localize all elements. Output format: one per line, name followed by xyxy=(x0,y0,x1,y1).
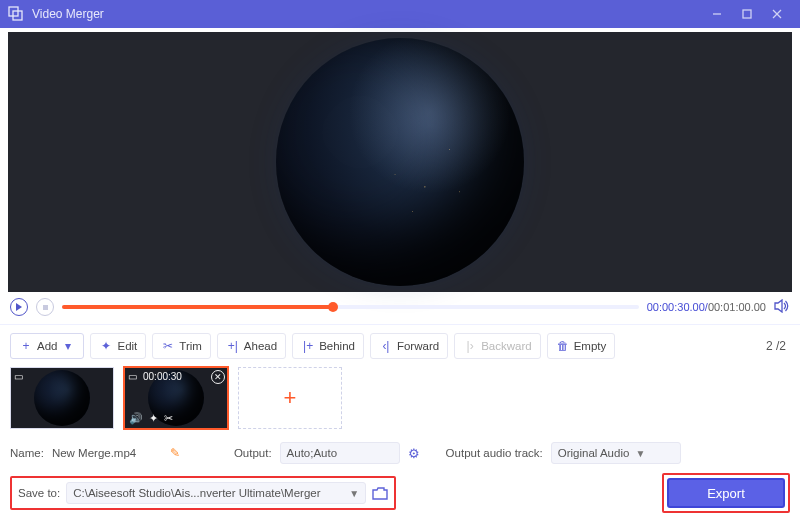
empty-label: Empty xyxy=(574,340,607,352)
save-to-group: Save to: C:\Aiseesoft Studio\Ais...nvert… xyxy=(10,476,396,510)
scissors-icon: ✂ xyxy=(161,339,175,353)
clip-thumbnail-selected[interactable]: ▭ 00:00:30 ✕ 🔊 ✦ ✂ xyxy=(124,367,228,429)
output-value: Auto;Auto xyxy=(287,447,338,459)
open-folder-icon[interactable] xyxy=(372,487,388,500)
plus-icon: + xyxy=(19,339,33,353)
edit-button[interactable]: ✦Edit xyxy=(90,333,146,359)
volume-icon[interactable] xyxy=(774,299,790,315)
minimize-button[interactable] xyxy=(702,0,732,28)
add-label: Add xyxy=(37,340,57,352)
saveto-label: Save to: xyxy=(18,487,60,499)
film-icon: ▭ xyxy=(14,371,23,382)
clip-duration: 00:00:30 xyxy=(143,371,182,382)
clip-thumbnail[interactable]: ▭ xyxy=(10,367,114,429)
audio-track-label: Output audio track: xyxy=(446,447,543,459)
film-icon: ▭ xyxy=(128,371,137,382)
app-logo-icon xyxy=(8,6,24,22)
svg-marker-6 xyxy=(16,303,22,311)
video-preview xyxy=(8,32,792,292)
trim-button[interactable]: ✂Trim xyxy=(152,333,211,359)
forward-button[interactable]: ‹|Forward xyxy=(370,333,448,359)
output-form: Name: ✎ Output: Auto;Auto ⚙ Output audio… xyxy=(0,439,800,471)
chevron-down-icon: ▼ xyxy=(635,448,645,459)
maximize-button[interactable] xyxy=(732,0,762,28)
time-display: 00:00:30.00/00:01:00.00 xyxy=(647,301,766,313)
output-label: Output: xyxy=(234,447,272,459)
timeline-progress xyxy=(62,305,333,309)
save-path-dropdown[interactable]: C:\Aiseesoft Studio\Ais...nverter Ultima… xyxy=(66,482,366,504)
wand-icon[interactable]: ✦ xyxy=(149,412,158,425)
edit-name-icon[interactable]: ✎ xyxy=(170,446,180,460)
preview-area xyxy=(0,28,800,292)
settings-icon[interactable]: ⚙ xyxy=(408,446,420,461)
trim-label: Trim xyxy=(179,340,202,352)
export-label: Export xyxy=(707,486,745,501)
app-title: Video Merger xyxy=(32,7,702,21)
ahead-icon: +| xyxy=(226,339,240,353)
scissors-icon[interactable]: ✂ xyxy=(164,412,173,425)
video-content xyxy=(276,38,524,286)
backward-button: |›Backward xyxy=(454,333,541,359)
behind-icon: |+ xyxy=(301,339,315,353)
export-highlight: Export xyxy=(662,473,790,513)
close-button[interactable] xyxy=(762,0,792,28)
backward-label: Backward xyxy=(481,340,532,352)
export-button[interactable]: Export xyxy=(667,478,785,508)
volume-icon[interactable]: 🔊 xyxy=(129,412,143,425)
ahead-label: Ahead xyxy=(244,340,277,352)
svg-marker-8 xyxy=(775,300,782,312)
timeline-knob[interactable] xyxy=(328,302,338,312)
stop-button[interactable] xyxy=(36,298,54,316)
backward-icon: |› xyxy=(463,339,477,353)
chevron-down-icon: ▾ xyxy=(61,339,75,353)
remove-clip-icon[interactable]: ✕ xyxy=(211,370,225,384)
titlebar: Video Merger xyxy=(0,0,800,28)
edit-label: Edit xyxy=(117,340,137,352)
clip-toolbar: +Add▾ ✦Edit ✂Trim +|Ahead |+Behind ‹|For… xyxy=(0,324,800,367)
name-label: Name: xyxy=(10,447,44,459)
time-total: 00:01:00.00 xyxy=(708,301,766,313)
forward-label: Forward xyxy=(397,340,439,352)
time-current: 00:00:30.00 xyxy=(647,301,705,313)
clip-tools: 🔊 ✦ ✂ xyxy=(129,412,173,425)
clip-counter: 2 /2 xyxy=(766,339,790,353)
audio-value: Original Audio xyxy=(558,447,630,459)
output-format-dropdown[interactable]: Auto;Auto xyxy=(280,442,400,464)
behind-button[interactable]: |+Behind xyxy=(292,333,364,359)
trash-icon: 🗑 xyxy=(556,339,570,353)
svg-rect-3 xyxy=(743,10,751,18)
name-input[interactable] xyxy=(52,447,162,459)
save-path-value: C:\Aiseesoft Studio\Ais...nverter Ultima… xyxy=(73,487,320,499)
playback-controls: 00:00:30.00/00:01:00.00 xyxy=(0,292,800,324)
forward-icon: ‹| xyxy=(379,339,393,353)
clip-strip: ▭ ▭ 00:00:30 ✕ 🔊 ✦ ✂ + xyxy=(0,367,800,439)
plus-icon: + xyxy=(284,385,297,411)
add-clip-slot[interactable]: + xyxy=(238,367,342,429)
clip-image xyxy=(34,370,90,426)
bottom-bar: Save to: C:\Aiseesoft Studio\Ais...nvert… xyxy=(0,471,800,523)
chevron-down-icon: ▼ xyxy=(349,488,359,499)
timeline-slider[interactable] xyxy=(62,305,639,309)
add-button[interactable]: +Add▾ xyxy=(10,333,84,359)
ahead-button[interactable]: +|Ahead xyxy=(217,333,286,359)
svg-rect-7 xyxy=(43,305,48,310)
empty-button[interactable]: 🗑Empty xyxy=(547,333,616,359)
audio-track-dropdown[interactable]: Original Audio ▼ xyxy=(551,442,681,464)
wand-icon: ✦ xyxy=(99,339,113,353)
play-button[interactable] xyxy=(10,298,28,316)
behind-label: Behind xyxy=(319,340,355,352)
